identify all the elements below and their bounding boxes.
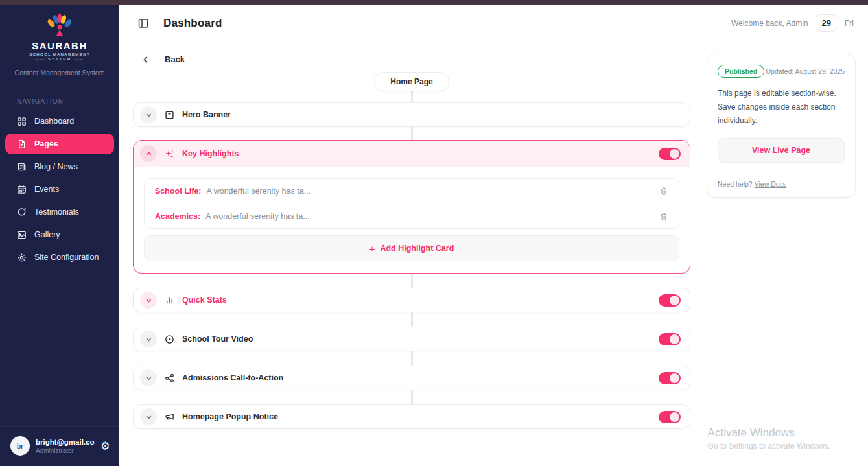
highlight-card-row[interactable]: Academics: A wonderful serenity has ta..…	[145, 204, 679, 228]
panel-divider	[718, 172, 845, 172]
sections-tree: Home Page Hero Banner	[133, 72, 690, 429]
section-row-homepage-popup-notice[interactable]: Homepage Popup Notice	[133, 404, 690, 429]
section-toggle-switch[interactable]	[659, 294, 681, 307]
section-toggle-switch[interactable]	[659, 372, 681, 384]
section-row-key-highlights[interactable]: Key Highlights	[134, 141, 690, 167]
view-docs-link[interactable]: View Docs	[755, 180, 786, 188]
section-toggle-switch[interactable]	[659, 333, 681, 345]
section-label: Hero Banner	[182, 110, 231, 119]
window-top-strip	[0, 0, 868, 5]
sidebar-item-testimonials[interactable]: Testimonials	[5, 202, 114, 222]
pages-icon	[17, 139, 27, 149]
sidebar-item-site-configuration[interactable]: Site Configuration	[5, 247, 114, 268]
trash-icon	[659, 187, 668, 196]
section-row-school-tour-video[interactable]: School Tour Video	[133, 327, 690, 351]
school-logo-icon	[45, 14, 75, 36]
sidebar-collapse-icon[interactable]	[137, 17, 149, 29]
view-live-page-button[interactable]: View Live Page	[718, 138, 845, 163]
note-line-2: Save changes inside each section individ…	[718, 100, 845, 128]
hero-banner-icon	[165, 110, 174, 120]
sidebar-item-gallery[interactable]: Gallery	[5, 224, 114, 245]
sidebar-item-label: Testimonials	[34, 207, 79, 216]
sidebar: SAURABH SCHOOL MANAGEMENT SYSTEM Content…	[0, 5, 119, 466]
chevron-down-icon[interactable]	[140, 331, 157, 347]
highlight-cards-list: School Life: A wonderful serenity has ta…	[144, 178, 679, 229]
highlight-card-row[interactable]: School Life: A wonderful serenity has ta…	[145, 179, 679, 204]
page-info-panel: Published Updated: August 29, 2025 This …	[707, 54, 856, 198]
section-row-admissions-cta[interactable]: Admissions Call-to-Action	[133, 366, 690, 390]
sidebar-item-blog-news[interactable]: Blog / News	[5, 156, 114, 177]
settings-gear-icon	[17, 253, 27, 262]
section-card-key-highlights: Key Highlights School Life: A wonderful …	[133, 140, 690, 274]
dashboard-grid-icon	[17, 117, 27, 126]
sparkles-icon	[165, 149, 174, 159]
blog-news-icon	[17, 162, 27, 172]
highlight-card-preview: A wonderful serenity has ta...	[205, 212, 310, 221]
date-badge: 29	[815, 14, 838, 32]
toggle-knob	[670, 149, 679, 159]
events-calendar-icon	[17, 185, 27, 194]
section-row-hero-banner[interactable]: Hero Banner	[133, 102, 690, 127]
logo-title: SAURABH	[0, 40, 119, 51]
page-title: Dashboard	[163, 17, 222, 30]
cms-tagline: Content Management System	[0, 69, 119, 86]
section-row-quick-stats[interactable]: Quick Stats	[133, 288, 690, 312]
sidebar-item-label: Blog / News	[34, 162, 78, 171]
delete-card-button[interactable]	[659, 187, 668, 196]
user-settings-gear-icon[interactable]: ⚙	[100, 441, 110, 452]
highlight-card-title: Academics:	[155, 212, 200, 221]
bar-chart-icon	[165, 296, 174, 305]
welcome-text: Welcome back, Admin	[731, 19, 808, 28]
sidebar-item-pages[interactable]: Pages	[5, 134, 114, 154]
updated-text: Updated: August 29, 2025	[766, 67, 845, 75]
toggle-knob	[670, 412, 679, 422]
section-label: Homepage Popup Notice	[182, 412, 278, 421]
tree-connector	[411, 390, 413, 404]
back-button[interactable]: Back	[165, 54, 185, 64]
toggle-knob	[670, 296, 679, 305]
chevron-down-icon[interactable]	[140, 408, 157, 425]
watermark-line-1: Activate Windows	[708, 426, 830, 439]
avatar[interactable]: br	[10, 436, 30, 456]
chevron-left-icon[interactable]	[141, 55, 150, 64]
chevron-down-icon[interactable]	[140, 106, 157, 123]
chevron-up-icon[interactable]	[140, 145, 157, 162]
home-page-pill[interactable]: Home Page	[374, 72, 449, 91]
share-icon	[165, 373, 174, 383]
nav-heading: NAVIGATION	[0, 86, 119, 109]
add-highlight-card-button[interactable]: + Add Highlight Card	[144, 235, 679, 261]
section-toggle-switch[interactable]	[659, 411, 681, 423]
status-badge: Published	[718, 65, 764, 78]
help-text: Need help?	[718, 180, 755, 188]
delete-card-button[interactable]	[659, 212, 668, 221]
main-area: Dashboard Welcome back, Admin 29 Fri Bac…	[119, 5, 868, 466]
chevron-down-icon[interactable]	[140, 292, 157, 309]
trash-icon	[659, 212, 668, 221]
activate-windows-watermark: Activate Windows Go to Settings to activ…	[708, 426, 830, 450]
toggle-knob	[670, 334, 679, 344]
add-highlight-card-label: Add Highlight Card	[380, 244, 454, 253]
user-email: bright@gmail.co...	[36, 438, 95, 446]
tree-connector	[411, 91, 413, 102]
logo-subtitle-2: SYSTEM	[0, 57, 119, 61]
sidebar-item-label: Events	[34, 185, 59, 194]
sidebar-item-label: Gallery	[34, 230, 60, 239]
section-label: Key Highlights	[182, 149, 239, 158]
day-label: Fri	[845, 19, 854, 28]
sidebar-user: br bright@gmail.co... Administrator ⚙	[0, 426, 119, 466]
sidebar-item-dashboard[interactable]: Dashboard	[5, 111, 114, 132]
testimonials-chat-icon	[17, 207, 27, 217]
section-label: Quick Stats	[182, 296, 227, 305]
section-toggle-switch[interactable]	[659, 148, 681, 160]
megaphone-icon	[165, 412, 174, 422]
sidebar-nav: Dashboard Pages Blog / News	[0, 109, 119, 270]
tree-connector	[411, 127, 413, 140]
user-role: Administrator	[36, 447, 95, 454]
sidebar-item-events[interactable]: Events	[5, 179, 114, 200]
note-line-1: This page is editable section-wise.	[718, 87, 845, 100]
highlight-card-title: School Life:	[155, 187, 202, 196]
logo-subtitle: SCHOOL MANAGEMENT	[0, 52, 119, 56]
section-label: School Tour Video	[182, 334, 253, 344]
gallery-image-icon	[17, 230, 27, 240]
chevron-down-icon[interactable]	[140, 369, 157, 386]
